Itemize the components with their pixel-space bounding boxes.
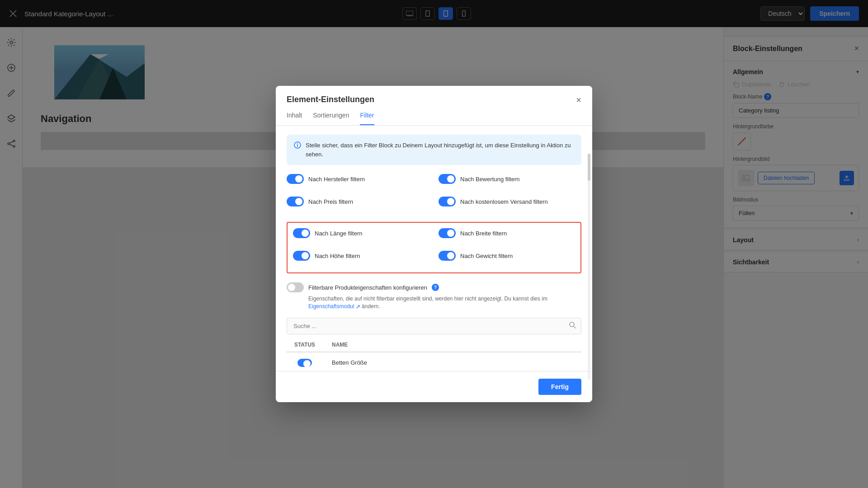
toggle-breite-label: Nach Breite filtern: [460, 230, 507, 237]
modal-tabs: Inhalt Sortierungen Filter: [276, 104, 592, 126]
info-banner: Stelle sicher, dass ein Filter Block zu …: [287, 135, 581, 165]
tab-filter[interactable]: Filter: [360, 112, 374, 125]
toggle-gewicht-label: Nach Gewicht filtern: [460, 253, 513, 259]
done-button[interactable]: Fertig: [538, 379, 581, 395]
config-toggle-label: Filterbare Produkteigenschaften konfigur…: [308, 284, 427, 291]
toggle-laenge-switch[interactable]: [293, 228, 310, 238]
toggle-bewertung: Nach Bewertung filtern: [439, 174, 581, 184]
toggle-preis-label: Nach Preis filtern: [308, 198, 353, 205]
modal-dialog: Element-Einstellungen × Inhalt Sortierun…: [276, 86, 592, 402]
column-header-name: Name: [323, 342, 581, 348]
search-input[interactable]: [287, 318, 581, 334]
tab-inhalt[interactable]: Inhalt: [287, 112, 302, 125]
row-1-status: [287, 359, 323, 367]
scroll-indicator: [588, 154, 590, 380]
search-icon: [569, 321, 576, 330]
modal-close-button[interactable]: ×: [576, 95, 581, 104]
toggle-hersteller-label: Nach Hersteller filtern: [308, 176, 365, 183]
toggle-versand-switch[interactable]: [439, 197, 456, 206]
config-link[interactable]: Eigenschaftsmodul: [308, 303, 362, 310]
column-header-status: Status: [287, 342, 323, 348]
toggle-breite: Nach Breite filtern: [439, 228, 575, 238]
modal-overlay: Element-Einstellungen × Inhalt Sortierun…: [0, 0, 868, 488]
config-info-button[interactable]: ?: [432, 284, 439, 291]
config-link-suffix: ändern.: [362, 303, 380, 310]
modal-footer: Fertig: [276, 371, 592, 402]
search-wrapper: [287, 318, 581, 334]
toggle-gewicht-switch[interactable]: [439, 251, 456, 261]
toggle-hoehe-switch[interactable]: [293, 251, 310, 261]
toggle-hersteller-switch[interactable]: [287, 174, 304, 184]
modal-title: Element-Einstellungen: [287, 95, 374, 104]
toggle-bewertung-switch[interactable]: [439, 174, 456, 184]
highlighted-section: Nach Länge filtern Nach Breite filtern N…: [287, 222, 581, 273]
toggle-gewicht: Nach Gewicht filtern: [439, 251, 575, 261]
table-header: Status Name: [287, 342, 581, 352]
modal-header: Element-Einstellungen ×: [276, 86, 592, 104]
filter-toggles-grid: Nach Hersteller filtern Nach Bewertung f…: [287, 174, 581, 213]
tab-sortierungen[interactable]: Sortierungen: [313, 112, 349, 125]
toggle-versand: Nach kostenlosem Versand filtern: [439, 197, 581, 206]
toggle-breite-switch[interactable]: [439, 228, 456, 238]
toggle-hersteller: Nach Hersteller filtern: [287, 174, 429, 184]
toggle-versand-label: Nach kostenlosem Versand filtern: [460, 198, 548, 205]
config-toggle-switch[interactable]: [287, 282, 304, 292]
toggle-hoehe-label: Nach Höhe filtern: [315, 253, 360, 259]
toggle-preis: Nach Preis filtern: [287, 197, 429, 206]
row-1-name: Betten Größe: [323, 359, 581, 366]
info-banner-icon: [294, 141, 301, 159]
config-description: Eigenschaften, die auf nicht filterbar e…: [287, 295, 581, 310]
info-banner-text: Stelle sicher, dass ein Filter Block zu …: [306, 141, 574, 159]
svg-point-31: [297, 143, 298, 144]
table-row: Betten Größe: [287, 354, 581, 371]
modal-body: Stelle sicher, dass ein Filter Block zu …: [276, 126, 592, 371]
toggle-laenge-label: Nach Länge filtern: [315, 230, 363, 237]
config-desc-text: Eigenschaften, die auf nicht filterbar e…: [308, 296, 547, 302]
toggle-preis-switch[interactable]: [287, 197, 304, 206]
row-1-toggle[interactable]: [297, 359, 312, 367]
toggle-laenge: Nach Länge filtern: [293, 228, 429, 238]
config-section: Filterbare Produkteigenschaften konfigur…: [287, 282, 581, 310]
scroll-thumb: [588, 154, 590, 181]
config-row: Filterbare Produkteigenschaften konfigur…: [287, 282, 581, 292]
svg-line-33: [574, 326, 576, 328]
toggle-hoehe: Nach Höhe filtern: [293, 251, 429, 261]
highlighted-grid: Nach Länge filtern Nach Breite filtern N…: [293, 228, 575, 267]
toggle-bewertung-label: Nach Bewertung filtern: [460, 176, 520, 183]
